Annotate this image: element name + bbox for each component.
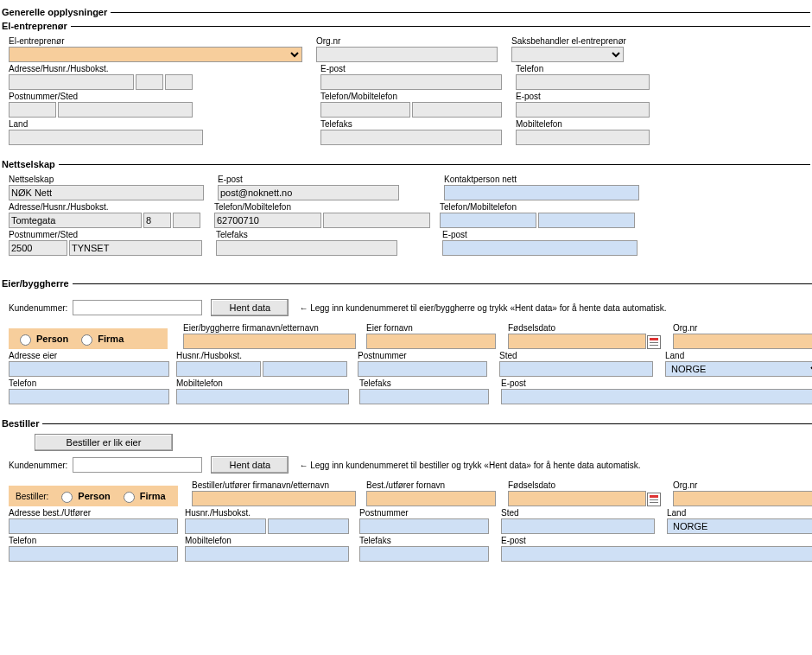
- input-el-land[interactable]: [9, 130, 203, 145]
- input-best-postnr[interactable]: [359, 518, 489, 534]
- label-best-firma: Firma: [140, 491, 166, 501]
- input-best-fodsel[interactable]: [508, 491, 646, 506]
- input-el-sted[interactable]: [58, 102, 193, 118]
- input-nett-selskap[interactable]: [9, 185, 204, 200]
- input-el-epost[interactable]: [320, 74, 502, 90]
- input-el-adresse[interactable]: [9, 74, 134, 90]
- input-best-telefaks[interactable]: [359, 546, 489, 562]
- input-nett-telefon[interactable]: [214, 213, 321, 228]
- input-nett-kontakt-tel[interactable]: [440, 213, 536, 228]
- button-best-hent[interactable]: Hent data: [211, 456, 289, 474]
- input-best-telefon[interactable]: [9, 546, 178, 562]
- input-nett-kontakt[interactable]: [444, 185, 639, 200]
- input-best-adresse[interactable]: [9, 518, 178, 534]
- label-bestiller-caption: Bestiller:: [16, 492, 48, 501]
- input-best-firmanavn[interactable]: [192, 491, 356, 506]
- input-eier-firmanavn[interactable]: [183, 334, 356, 349]
- input-nett-kontakt-epost[interactable]: [442, 240, 638, 256]
- input-best-orgnr[interactable]: [673, 491, 812, 506]
- select-el-entreprenor[interactable]: [9, 47, 302, 62]
- label-best-telefaks: Telefaks: [359, 536, 489, 545]
- section-bestiller: Bestiller Bestiller er lik eier Kundenum…: [2, 418, 812, 570]
- label-nett-telmob: Telefon/Mobiltelefon: [214, 202, 430, 212]
- input-eier-orgnr[interactable]: [673, 334, 812, 349]
- label-best-land: Land: [667, 508, 812, 518]
- section-nett: Nettselskap Nettselskap E-post Kontaktpe…: [2, 159, 810, 264]
- radio-eier-firma[interactable]: [81, 334, 92, 346]
- label-el-telmob: Telefon/Mobiltelefon: [320, 92, 502, 101]
- input-nett-husbokst[interactable]: [173, 213, 200, 228]
- input-nett-husnr[interactable]: [143, 213, 171, 228]
- input-nett-postnr[interactable]: [9, 240, 67, 256]
- section-el: El-entreprenør El-entreprenør Org.nr Sak…: [2, 21, 810, 154]
- label-best-orgnr: Org.nr: [673, 480, 812, 490]
- input-nett-adresse[interactable]: [9, 213, 142, 228]
- label-el-entreprenor: El-entreprenør: [9, 36, 302, 46]
- input-best-mobil[interactable]: [185, 546, 349, 562]
- section-eier: Eier/byggherre Kundenummer: Hent data ← …: [2, 278, 812, 413]
- input-el-orgnr[interactable]: [316, 47, 498, 62]
- radio-best-person[interactable]: [61, 492, 73, 503]
- label-el-sb-epost: E-post: [516, 92, 650, 101]
- input-el-telefaks[interactable]: [320, 130, 502, 145]
- label-el-mobil: Mobiltelefon: [516, 119, 650, 129]
- label-el-land: Land: [9, 119, 203, 129]
- input-nett-epost[interactable]: [218, 185, 399, 200]
- label-eier-mobil: Mobiltelefon: [176, 378, 349, 388]
- input-eier-epost[interactable]: [501, 389, 812, 404]
- input-eier-telefon[interactable]: [9, 389, 169, 404]
- label-el-orgnr: Org.nr: [316, 36, 498, 46]
- label-eier-land: Land: [665, 351, 812, 360]
- radio-best-firma[interactable]: [124, 492, 135, 503]
- input-eier-sted[interactable]: [499, 361, 653, 377]
- label-eier-orgnr: Org.nr: [673, 323, 812, 333]
- input-eier-fodsel[interactable]: [508, 334, 646, 349]
- input-eier-adresse[interactable]: [9, 361, 169, 377]
- input-el-husnr[interactable]: [136, 74, 163, 90]
- button-eier-hent[interactable]: Hent data: [211, 299, 289, 316]
- input-nett-sted[interactable]: [69, 240, 202, 256]
- input-best-sted[interactable]: [501, 518, 655, 534]
- label-best-kunde: Kundenummer:: [9, 461, 67, 470]
- section-general: Generelle opplysninger El-entreprenør El…: [2, 7, 810, 273]
- label-eier-fornavn: Eier fornavn: [366, 323, 496, 333]
- select-eier-land[interactable]: NORGE: [665, 361, 812, 377]
- input-el-mobil[interactable]: [516, 130, 650, 145]
- select-el-saksbehandler[interactable]: [511, 47, 624, 62]
- radio-eier-person[interactable]: [20, 334, 31, 346]
- button-lik-eier[interactable]: Bestiller er lik eier: [35, 434, 173, 451]
- input-nett-kontakt-mob[interactable]: [538, 213, 635, 228]
- input-el-telefon[interactable]: [516, 74, 650, 90]
- calendar-icon[interactable]: [647, 493, 661, 506]
- input-best-kunde[interactable]: [73, 457, 202, 473]
- input-el-sb-epost[interactable]: [516, 102, 650, 118]
- input-el-sb-telefon[interactable]: [320, 102, 410, 118]
- hint-best: ← Legg inn kundenummeret til bestiller o…: [299, 461, 640, 470]
- label-nett-kontakt-epost: E-post: [442, 230, 638, 239]
- input-eier-postnr[interactable]: [358, 361, 487, 377]
- input-best-husbokst[interactable]: [268, 518, 349, 534]
- input-best-epost[interactable]: [501, 546, 812, 562]
- input-best-husnr[interactable]: [185, 518, 266, 534]
- label-nett-telefaks: Telefaks: [216, 230, 397, 239]
- legend-eier: Eier/byggherre: [2, 278, 73, 289]
- input-eier-husbokst[interactable]: [263, 361, 347, 377]
- select-best-land[interactable]: NORGE: [667, 518, 812, 534]
- label-best-mobil: Mobiltelefon: [185, 536, 349, 545]
- calendar-icon[interactable]: [647, 335, 661, 349]
- label-nett-kontakt: Kontaktperson nett: [444, 175, 639, 184]
- input-eier-husnr[interactable]: [176, 361, 261, 377]
- input-eier-mobil[interactable]: [176, 389, 349, 404]
- input-el-sb-mobil[interactable]: [412, 102, 502, 118]
- label-eier-telefon: Telefon: [9, 378, 169, 388]
- input-nett-telefaks[interactable]: [216, 240, 397, 256]
- legend-el: El-entreprenør: [2, 21, 71, 31]
- input-eier-telefaks[interactable]: [359, 389, 489, 404]
- input-nett-mobil[interactable]: [323, 213, 430, 228]
- input-el-postnr[interactable]: [9, 102, 56, 118]
- input-eier-fornavn[interactable]: [366, 334, 496, 349]
- input-eier-kunde[interactable]: [73, 300, 202, 315]
- input-best-fornavn[interactable]: [366, 491, 496, 506]
- input-el-husbokst[interactable]: [165, 74, 193, 90]
- label-best-sted: Sted: [501, 508, 655, 518]
